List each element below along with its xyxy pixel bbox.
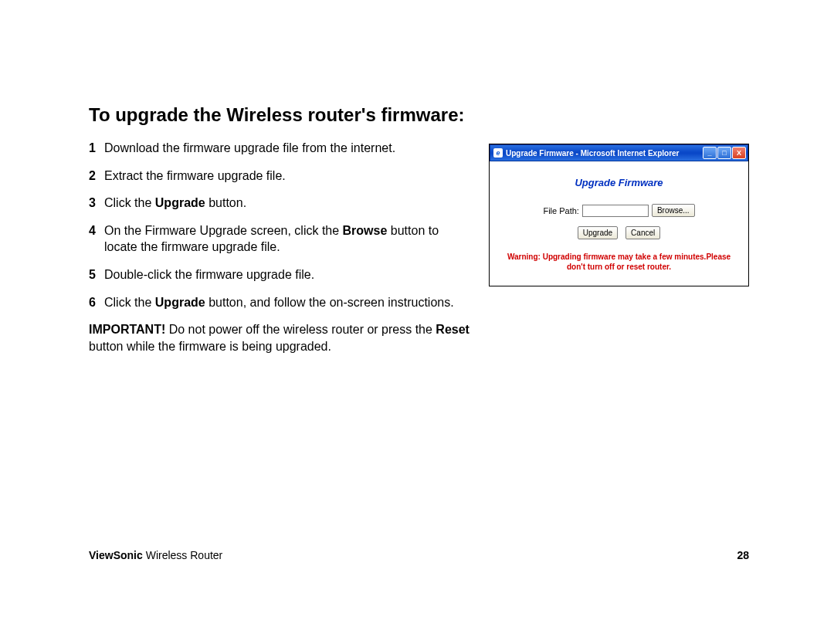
browse-bold: Browse [343, 224, 388, 237]
browse-button[interactable]: Browse... [652, 204, 695, 217]
step-text: On the Firmware Upgrade screen, click th… [104, 222, 475, 256]
ie-glyph: e [496, 149, 500, 157]
file-path-input[interactable] [582, 205, 649, 217]
step-text: Click the Upgrade button, and follow the… [104, 294, 475, 311]
footer-product: Wireless Router [143, 549, 222, 561]
step-number: 5 [89, 266, 104, 283]
close-button[interactable]: X [732, 147, 746, 159]
step-5: 5 Double-click the firmware upgrade file… [89, 266, 475, 283]
cancel-button[interactable]: Cancel [626, 226, 660, 239]
instruction-list: 1 Download the firmware upgrade file fro… [89, 140, 475, 354]
step-number: 1 [89, 140, 104, 157]
step-text-part: button. [205, 196, 246, 209]
step-text-part: On the Firmware Upgrade screen, click th… [104, 224, 343, 237]
upgrade-button[interactable]: Upgrade [578, 226, 618, 239]
step-6: 6 Click the Upgrade button, and follow t… [89, 294, 475, 311]
ie-icon: e [493, 148, 503, 158]
step-text: Download the firmware upgrade file from … [104, 140, 475, 157]
step-2: 2 Extract the firmware upgrade file. [89, 168, 475, 185]
step-text: Double-click the firmware upgrade file. [104, 266, 475, 283]
maximize-button[interactable]: □ [717, 147, 731, 159]
minimize-button[interactable]: _ [703, 147, 717, 159]
browser-window: e Upgrade Firmware - Microsoft Internet … [489, 144, 749, 286]
titlebar: e Upgrade Firmware - Microsoft Internet … [490, 144, 748, 161]
upgrade-bold: Upgrade [155, 196, 205, 209]
window-title: Upgrade Firmware - Microsoft Internet Ex… [506, 149, 703, 158]
step-text-part: button, and follow the on-screen instruc… [205, 296, 454, 309]
window-body: Upgrade Firmware File Path: Browse... Up… [490, 161, 748, 286]
step-1: 1 Download the firmware upgrade file fro… [89, 140, 475, 157]
panel-title: Upgrade Firmware [497, 177, 741, 188]
important-label: IMPORTANT! [89, 323, 165, 336]
page-title: To upgrade the Wireless router's firmwar… [89, 104, 749, 126]
important-note: IMPORTANT! Do not power off the wireless… [89, 321, 475, 354]
step-text: Extract the firmware upgrade file. [104, 168, 475, 185]
step-number: 3 [89, 195, 104, 212]
footer-brand: ViewSonic [89, 549, 143, 561]
step-text: Click the Upgrade button. [104, 195, 475, 212]
page-footer: ViewSonic Wireless Router 28 [89, 549, 749, 561]
reset-bold: Reset [436, 323, 470, 336]
step-text-part: Click the [104, 196, 155, 209]
step-text-part: Click the [104, 296, 155, 309]
important-text: button while the firmware is being upgra… [89, 340, 331, 353]
step-3: 3 Click the Upgrade button. [89, 195, 475, 212]
step-4: 4 On the Firmware Upgrade screen, click … [89, 222, 475, 256]
page-number: 28 [737, 549, 749, 561]
important-text: Do not power off the wireless router or … [165, 323, 436, 336]
file-path-label: File Path: [543, 206, 578, 215]
upgrade-bold: Upgrade [155, 296, 205, 309]
step-number: 6 [89, 294, 104, 311]
warning-text: Warning: Upgrading firmware may take a f… [497, 252, 741, 272]
step-number: 4 [89, 222, 104, 256]
step-number: 2 [89, 168, 104, 185]
